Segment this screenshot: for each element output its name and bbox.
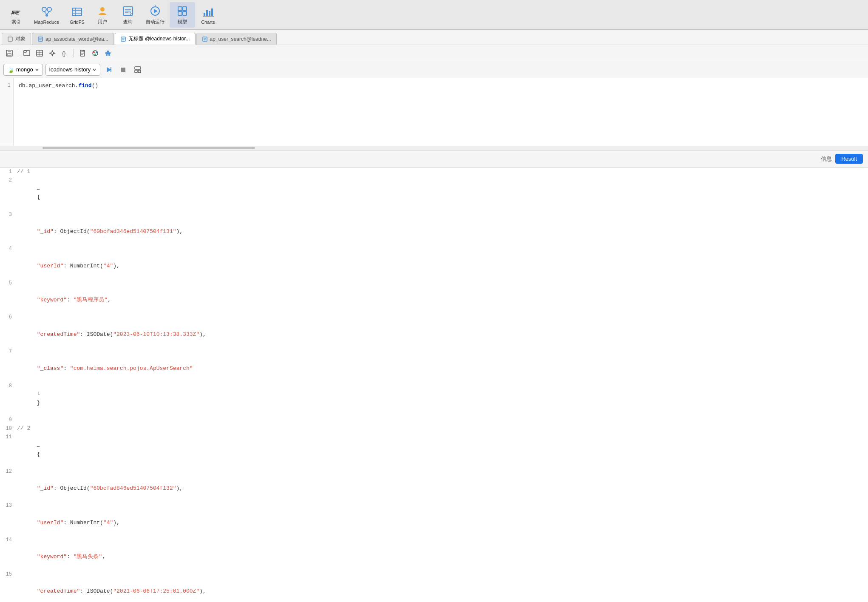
chevron-down-icon-2 — [92, 68, 96, 72]
svg-line-5 — [44, 11, 47, 14]
db-type-label: mongo — [16, 66, 33, 73]
layout-button[interactable] — [132, 64, 144, 76]
db-name-select[interactable]: leadnews-history — [45, 64, 101, 76]
svg-rect-21 — [183, 7, 187, 11]
svg-rect-26 — [209, 11, 210, 16]
results-area[interactable]: 1 // 1 2 ▬ { 3 "_id": ObjectId("60bcfad3… — [0, 168, 868, 602]
braces-icon-btn[interactable]: {} — [59, 47, 71, 59]
new-tab-icon-btn[interactable] — [21, 47, 33, 59]
toolbar-label-gridfs: GridFS — [70, 20, 85, 25]
tab-bar: 对象 ap_associate_words@lea... 无标题 @leadne… — [0, 30, 868, 45]
gridfs-icon — [70, 5, 84, 19]
result-line-2: 2 ▬ { — [0, 176, 868, 210]
svg-rect-44 — [8, 54, 11, 56]
settings-icon-btn[interactable] — [46, 47, 58, 59]
result-bar: 信息 Result — [0, 150, 868, 168]
result-line-3: 3 "_id": ObjectId("60bcfad346ed51407504f… — [0, 210, 868, 245]
svg-rect-68 — [121, 68, 125, 72]
mongo-icon: 🍃 — [7, 66, 14, 73]
top-toolbar: A-Z 索引 MapReduce GridFS 用户 查询 自动运行 — [0, 0, 868, 30]
svg-rect-47 — [37, 50, 43, 56]
tab-untitled[interactable]: 无标题 @leadnews-histor... — [115, 33, 196, 45]
svg-point-3 — [42, 7, 46, 11]
svg-text:{}: {} — [62, 50, 66, 57]
toolbar-item-query[interactable]: 查询 — [115, 2, 141, 28]
toolbar-item-suoyin[interactable]: A-Z 索引 — [3, 2, 29, 28]
result-line-6: 6 "createdTime": ISODate("2023-06-10T10:… — [0, 313, 868, 347]
editor-scrollbar[interactable] — [0, 146, 868, 150]
toolbar-label-mapreduce: MapReduce — [34, 20, 59, 25]
editor-code[interactable]: db.ap_user_search.find() — [14, 78, 868, 146]
result-line-5: 5 "keyword": "黑马程序员", — [0, 279, 868, 313]
tab-user-search-icon — [202, 36, 208, 42]
run-button[interactable] — [103, 64, 115, 76]
svg-rect-69 — [135, 67, 141, 69]
svg-rect-22 — [178, 11, 182, 15]
result-line-11: 11 ▬ { — [0, 433, 868, 467]
save-icon-btn[interactable] — [3, 47, 15, 59]
svg-point-12 — [100, 7, 105, 11]
svg-rect-64 — [106, 54, 108, 56]
toolbar-item-charts[interactable]: Charts — [195, 2, 221, 28]
svg-rect-45 — [24, 51, 30, 56]
toolbar-item-gridfs[interactable]: GridFS — [64, 2, 90, 28]
mapreduce-icon — [40, 5, 54, 19]
charts-icon — [201, 5, 215, 19]
tab-associate-words[interactable]: ap_associate_words@lea... — [32, 33, 114, 45]
svg-point-7 — [45, 14, 48, 17]
query-icon — [121, 4, 135, 18]
svg-rect-23 — [183, 11, 187, 15]
svg-rect-63 — [107, 51, 109, 52]
table-view-icon-btn[interactable] — [34, 47, 45, 59]
svg-rect-62 — [105, 52, 111, 54]
editor-area[interactable]: 1 db.ap_user_search.find() — [0, 78, 868, 146]
svg-rect-29 — [8, 37, 12, 41]
toolbar-item-mapreduce[interactable]: MapReduce — [29, 2, 64, 28]
info-label: 信息 — [821, 155, 832, 163]
tab-untitled-icon — [120, 36, 126, 42]
result-line-12: 12 "_id": ObjectId("60bcfad846ed51407504… — [0, 467, 868, 502]
db-name-label: leadnews-history — [49, 66, 91, 73]
tab-object-icon — [7, 36, 13, 42]
svg-rect-8 — [72, 8, 82, 16]
editor-line-numbers: 1 — [0, 78, 14, 146]
toolbar-item-model[interactable]: 模型 — [170, 2, 195, 28]
svg-rect-71 — [138, 70, 141, 73]
tab-untitled-label: 无标题 @leadnews-histor... — [128, 35, 190, 43]
toolbar-label-autorun: 自动运行 — [146, 19, 165, 25]
autorun-icon — [148, 4, 162, 18]
svg-rect-27 — [211, 9, 213, 16]
svg-point-4 — [47, 7, 51, 11]
tools-icon-btn[interactable] — [102, 47, 114, 59]
result-line-1: 1 // 1 — [0, 168, 868, 176]
db-type-select[interactable]: 🍃 mongo — [3, 64, 43, 76]
svg-marker-67 — [111, 67, 111, 72]
tab-object-label: 对象 — [15, 35, 26, 43]
svg-point-60 — [96, 51, 97, 53]
result-line-7: 7 "_class": "com.heima.search.pojos.ApUs… — [0, 347, 868, 382]
toolbar-label-query: 查询 — [123, 19, 133, 25]
result-button[interactable]: Result — [835, 154, 863, 164]
tab-associate-icon — [37, 36, 43, 42]
svg-rect-70 — [135, 70, 137, 73]
svg-rect-25 — [206, 10, 208, 16]
doc-icon-btn[interactable] — [77, 47, 88, 59]
result-line-15: 15 "createdTime": ISODate("2021-06-06T17… — [0, 570, 868, 602]
toolbar-item-user[interactable]: 用户 — [90, 2, 115, 28]
query-bar: 🍃 mongo leadnews-history — [0, 61, 868, 78]
svg-line-6 — [47, 11, 49, 14]
result-line-10: 10 // 2 — [0, 424, 868, 433]
toolbar-divider-2 — [74, 49, 74, 57]
svg-rect-24 — [204, 13, 205, 16]
color-icon-btn[interactable] — [89, 47, 101, 59]
chevron-down-icon — [35, 68, 39, 72]
toolbar-item-autorun[interactable]: 自动运行 — [141, 2, 170, 28]
svg-point-59 — [93, 51, 95, 53]
tab-user-search[interactable]: ap_user_search@leadne... — [196, 33, 277, 45]
stop-button[interactable] — [117, 64, 129, 76]
svg-rect-46 — [24, 51, 26, 52]
result-line-14: 14 "keyword": "黑马头条", — [0, 536, 868, 570]
tab-object[interactable]: 对象 — [2, 33, 31, 45]
scrollbar-thumb[interactable] — [43, 147, 255, 149]
toolbar-divider-1 — [18, 49, 18, 57]
